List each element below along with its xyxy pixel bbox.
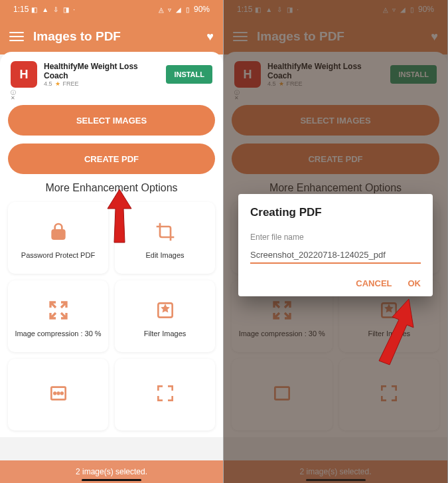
status-time: 1:15 <box>237 5 252 14</box>
menu-icon[interactable] <box>9 32 24 41</box>
tile-extra-1[interactable] <box>232 359 333 431</box>
tile-extra-2[interactable] <box>115 359 215 431</box>
cancel-button[interactable]: CANCEL <box>356 278 392 288</box>
ad-title: HealthifyMe Weight Loss Coach <box>267 62 384 80</box>
tile-password-protect[interactable]: Password Protect PDF <box>8 202 108 274</box>
filter-icon <box>153 298 177 322</box>
main-card: H HealthifyMe Weight Loss Coach 4.5★FREE… <box>0 52 223 437</box>
menu-icon[interactable] <box>233 32 248 41</box>
tile-compression[interactable]: Image compression : 30 % <box>8 280 108 352</box>
create-pdf-button[interactable]: CREATE PDF <box>232 144 439 174</box>
ad-subtitle: 4.5★FREE <box>44 80 159 87</box>
tile-label: Image compression : 30 % <box>239 329 325 338</box>
select-images-button[interactable]: SELECT IMAGES <box>232 105 439 136</box>
svg-point-7 <box>61 393 63 395</box>
page-icon <box>46 381 70 405</box>
ad-app-icon: H <box>11 61 37 88</box>
create-pdf-button[interactable]: CREATE PDF <box>8 144 215 174</box>
ok-button[interactable]: OK <box>408 278 421 288</box>
compress-icon <box>270 298 294 322</box>
lock-icon <box>46 220 70 244</box>
page-icon <box>270 381 294 405</box>
status-icons-right: ◬ ▿ ◢ ▯ <box>383 6 415 13</box>
favorite-icon[interactable]: ♥ <box>206 30 214 44</box>
tile-edit-images[interactable]: Edit Images <box>115 202 215 274</box>
app-title: Images to PDF <box>33 29 197 44</box>
status-battery: 90% <box>194 5 210 14</box>
tile-filter-images[interactable]: Filter Images <box>115 280 215 352</box>
status-icons-left: ◧ ▲ ⇩ ◨ · <box>31 6 76 13</box>
section-title: More Enhancement Options <box>8 182 215 194</box>
svg-point-6 <box>57 393 59 395</box>
status-icons-right: ◬ ▿ ◢ ▯ <box>159 6 191 13</box>
nav-handle <box>306 479 366 481</box>
footer-text: 2 image(s) selected. <box>76 467 147 476</box>
ad-info-icon[interactable]: ⓘ✕ <box>232 90 439 105</box>
tile-label: Filter Images <box>144 329 187 338</box>
tile-label: Password Protect PDF <box>21 250 95 260</box>
app-bar: Images to PDF ♥ <box>224 19 447 54</box>
status-time: 1:15 <box>13 5 29 14</box>
status-icons-left: ◧ ▲ ⇩ ◨ · <box>255 6 300 13</box>
tile-label: Image compression : 30 % <box>15 329 101 338</box>
install-button[interactable]: INSTALL <box>390 65 437 84</box>
app-title: Images to PDF <box>257 29 421 44</box>
ad-subtitle: 4.5★FREE <box>267 80 384 87</box>
select-images-button[interactable]: SELECT IMAGES <box>8 105 215 136</box>
app-bar: Images to PDF ♥ <box>0 19 223 54</box>
compress-icon <box>46 298 70 322</box>
svg-rect-11 <box>275 387 289 400</box>
ad-info-icon[interactable]: ⓘ✕ <box>8 90 215 105</box>
ad-banner[interactable]: H HealthifyMe Weight Loss Coach 4.5★FREE… <box>232 57 439 90</box>
filename-input[interactable] <box>250 247 421 264</box>
dialog-title: Creating PDF <box>250 206 421 219</box>
footer-text: 2 image(s) selected. <box>299 467 371 476</box>
nav-handle <box>82 479 141 481</box>
tile-extra-2[interactable] <box>339 359 440 431</box>
options-grid: Password Protect PDF Edit Images Image c… <box>8 202 215 437</box>
crop-icon <box>153 220 177 244</box>
status-bar: 1:15 ◧ ▲ ⇩ ◨ · ◬ ▿ ◢ ▯ 90% <box>224 0 447 19</box>
install-button[interactable]: INSTALL <box>166 65 212 84</box>
phone-screen-right: 1:15 ◧ ▲ ⇩ ◨ · ◬ ▿ ◢ ▯ 90% Images to PDF… <box>224 0 447 483</box>
status-battery: 90% <box>418 5 434 14</box>
tile-label: Filter Images <box>368 329 410 338</box>
ad-title: HealthifyMe Weight Loss Coach <box>44 62 159 80</box>
status-bar: 1:15 ◧ ▲ ⇩ ◨ · ◬ ▿ ◢ ▯ 90% <box>0 0 223 19</box>
tile-extra-1[interactable] <box>8 359 108 431</box>
filter-icon <box>377 298 401 322</box>
dialog-hint: Enter file name <box>250 233 421 242</box>
expand-icon <box>377 381 401 405</box>
ad-app-icon: H <box>234 61 261 88</box>
expand-icon <box>153 381 177 405</box>
svg-rect-2 <box>58 234 59 237</box>
section-title: More Enhancement Options <box>232 182 439 194</box>
ad-banner[interactable]: H HealthifyMe Weight Loss Coach 4.5★FREE… <box>8 57 215 90</box>
tile-label: Edit Images <box>145 250 184 260</box>
phone-screen-left: 1:15 ◧ ▲ ⇩ ◨ · ◬ ▿ ◢ ▯ 90% Images to PDF… <box>0 0 224 483</box>
favorite-icon[interactable]: ♥ <box>431 30 438 44</box>
svg-point-5 <box>54 393 56 395</box>
create-pdf-dialog: Creating PDF Enter file name CANCEL OK <box>238 194 433 296</box>
